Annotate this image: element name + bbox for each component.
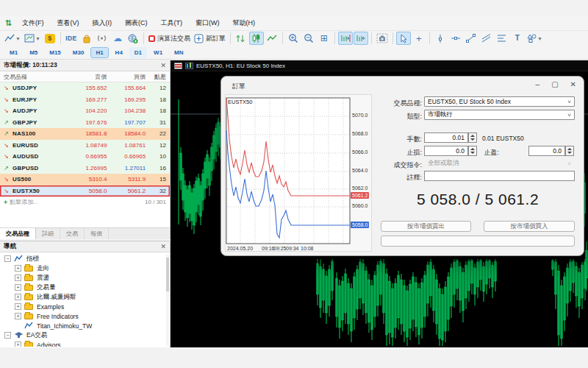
volume-stepper[interactable] [468, 132, 477, 143]
table-row-gbpusd[interactable]: ↗GBPUSD1.269951.2701116 [0, 163, 170, 174]
timeframe-h4[interactable]: H4 [110, 47, 128, 58]
menu-item[interactable]: 工具(T) [154, 18, 190, 28]
fibonacci-icon[interactable] [495, 32, 509, 45]
vertical-line-icon[interactable] [433, 32, 448, 45]
menu-item[interactable]: 幫助(H) [226, 18, 262, 28]
tile-windows-icon[interactable]: ⊞ [317, 32, 331, 45]
tree-item-Titan_Ichimoku_TW[interactable]: +Titan_Ichimoku_TW [0, 321, 170, 330]
volume-input[interactable]: 0.01 [424, 132, 468, 143]
collapse-icon[interactable]: − [4, 332, 11, 339]
timeframe-m5[interactable]: M5 [24, 47, 43, 58]
tab-報價[interactable]: 報價 [85, 228, 109, 239]
take-profit-input[interactable]: 0.0 [528, 146, 565, 156]
add-symbol-icon[interactable]: + [4, 199, 7, 206]
tree-item-交易量[interactable]: +交易量 [0, 283, 170, 292]
horizontal-line-icon[interactable] [448, 32, 463, 45]
tree-item-Examples[interactable]: +Examples [0, 302, 170, 311]
table-row-gbpjpy[interactable]: ↗GBPJPY197.676197.70731 [0, 117, 170, 129]
shapes-icon[interactable]: ▼ [526, 32, 544, 45]
channel-icon[interactable] [479, 32, 494, 45]
dollar-icon[interactable]: $ [43, 32, 57, 45]
profiles-icon[interactable]: ▼ [23, 32, 42, 45]
candlestick-mode-icon[interactable] [249, 32, 264, 45]
menu-item[interactable]: 插入(I) [86, 18, 119, 28]
expand-icon[interactable]: + [15, 342, 21, 347]
tick-time-label: 09:34 [286, 246, 299, 251]
trendline-icon[interactable] [464, 32, 478, 45]
new-order-button[interactable]: 新訂單 [193, 32, 227, 45]
table-row-audusd[interactable]: ↘AUDUSD0.669550.6696510 [0, 151, 170, 163]
zoom-out-icon[interactable] [301, 32, 316, 45]
timeframe-m15[interactable]: M15 [44, 47, 66, 58]
tree-item-震盪[interactable]: +震盪 [0, 273, 170, 283]
table-row-usdjpy[interactable]: ↘USDJPY155.652155.66412 [0, 82, 170, 94]
table-row-eustx50[interactable]: ↘EUSTX505058.05061.232 [0, 185, 170, 197]
table-row-audjpy[interactable]: ↘AUDJPY104.220104.23818 [0, 105, 170, 117]
tab-詳細[interactable]: 詳細 [36, 228, 60, 239]
table-row-eurusd[interactable]: ↘EURUSD1.087491.0876112 [0, 140, 170, 152]
collapse-icon[interactable]: − [4, 255, 11, 262]
tree-item-Advisors[interactable]: +Advisors [0, 340, 170, 347]
table-row-us500[interactable]: ↘US5005310.45311.915 [0, 174, 170, 185]
chart-shift-icon[interactable] [354, 32, 368, 45]
chart-type-icon[interactable]: ▼ [3, 32, 22, 45]
ide-button[interactable]: IDE [64, 32, 79, 45]
cloud-icon[interactable]: ☁ [110, 32, 125, 45]
table-row-nas100[interactable]: ↗NAS10018581.818584.022 [0, 128, 170, 140]
web-terminal-icon[interactable] [126, 32, 140, 45]
tab-交易品種[interactable]: 交易品種 [0, 228, 36, 239]
up-arrow-icon: ↗ [4, 165, 10, 171]
timeframe-h1[interactable]: H1 [90, 47, 108, 58]
stop-loss-input[interactable]: 0.0 [424, 146, 468, 156]
order-type-select[interactable]: 市場執行˅ [424, 110, 575, 120]
navigator-scrollbar[interactable] [166, 255, 169, 346]
minimize-icon[interactable]: – [536, 80, 540, 88]
add-symbol-label[interactable]: 點擊添加... [10, 198, 38, 206]
tree-item-指標[interactable]: −指標 [0, 254, 170, 263]
menu-item[interactable]: 窗口(W) [189, 18, 226, 28]
line-mode-icon[interactable] [265, 32, 279, 45]
maximize-icon[interactable]: ▢ [551, 80, 558, 88]
zoom-in-icon[interactable] [286, 32, 301, 45]
signals-icon[interactable] [95, 32, 110, 45]
tree-item-Free Indicators[interactable]: +Free Indicators [0, 311, 170, 321]
close-icon[interactable]: ✕ [160, 62, 166, 69]
timeframe-m1[interactable]: M1 [4, 47, 23, 58]
buy-button[interactable]: 按市場價買入 [484, 221, 575, 232]
comment-input[interactable] [424, 171, 575, 181]
timeframe-d1[interactable]: D1 [129, 47, 147, 58]
ask-price-tag: 5061.2 [351, 192, 369, 199]
tab-交易[interactable]: 交易 [60, 228, 85, 239]
auto-scroll-icon[interactable] [338, 32, 353, 45]
market-bag-icon[interactable] [79, 32, 94, 45]
tick-chart-icon[interactable] [234, 32, 248, 45]
tree-item-走向[interactable]: +走向 [0, 263, 170, 273]
cursor-icon[interactable] [396, 32, 411, 45]
expand-icon[interactable]: + [15, 275, 21, 281]
camera-icon[interactable] [375, 32, 390, 45]
close-icon[interactable]: ✕ [570, 80, 576, 88]
expand-icon[interactable]: + [15, 294, 21, 300]
crosshair-icon[interactable]: + [412, 32, 426, 45]
menu-item[interactable]: 文件(F) [15, 18, 51, 28]
take-profit-stepper[interactable] [565, 146, 574, 156]
expand-icon[interactable]: + [15, 313, 21, 319]
expand-icon[interactable]: + [15, 265, 21, 272]
table-row-eurjpy[interactable]: ↘EURJPY169.277169.29518 [0, 94, 170, 106]
timeframe-m30[interactable]: M30 [68, 47, 90, 58]
expand-icon[interactable]: + [15, 284, 21, 291]
menu-item[interactable]: 查看(V) [51, 18, 86, 28]
timeframe-w1[interactable]: W1 [148, 47, 168, 58]
menu-item[interactable]: 圖表(C) [118, 18, 154, 28]
expand-icon[interactable]: + [15, 303, 21, 310]
close-icon[interactable]: ✕ [160, 243, 166, 250]
text-tool-icon[interactable]: T [510, 32, 525, 45]
volume-label: 手數: [381, 135, 422, 144]
algo-trading-button[interactable]: 演算法交易 [147, 32, 192, 45]
chevron-down-icon: ˅ [567, 99, 571, 105]
tree-item-EA交易[interactable]: −EA交易 [0, 330, 170, 340]
sell-button[interactable]: 按市場價賣出 [381, 221, 471, 232]
timeframe-mn[interactable]: MN [169, 47, 188, 58]
tree-item-比爾.威廉姆斯[interactable]: +比爾.威廉姆斯 [0, 292, 170, 302]
symbol-select[interactable]: EUSTX50, EU Stock 50 Index˅ [424, 96, 575, 107]
